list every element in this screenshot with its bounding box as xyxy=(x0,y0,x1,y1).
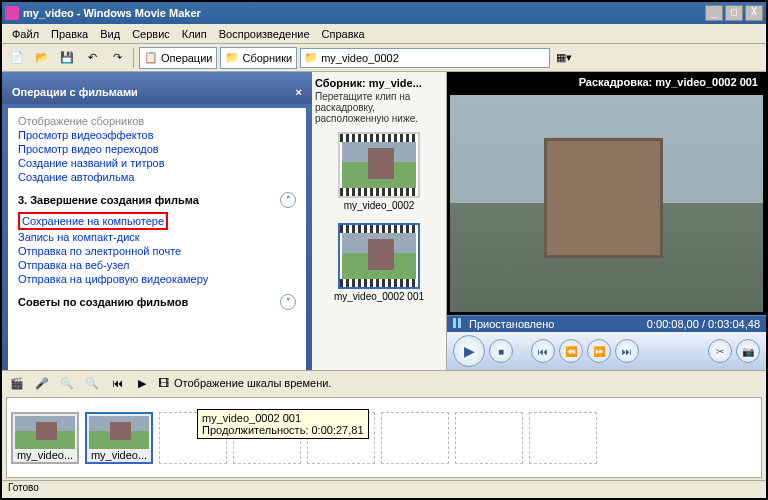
close-button[interactable]: X xyxy=(745,5,763,21)
menu-clip[interactable]: Клип xyxy=(176,26,213,42)
minimize-button[interactable]: _ xyxy=(705,5,723,21)
storyboard-slot[interactable] xyxy=(455,412,523,464)
storyboard-label[interactable]: 🎞 Отображение шкалы времени. xyxy=(156,372,335,394)
task-save-to-computer[interactable]: Сохранение на компьютере xyxy=(18,212,168,230)
timeline-toggle-button[interactable]: 🎬 xyxy=(6,372,28,394)
menu-help[interactable]: Справка xyxy=(316,26,371,42)
narrate-button[interactable]: 🎤 xyxy=(31,372,53,394)
menu-bar: Файл Правка Вид Сервис Клип Воспроизведе… xyxy=(2,24,766,44)
task-section-3[interactable]: 3. Завершение создания фильма˄ xyxy=(18,192,296,208)
collection-hint: Перетащите клип на раскадровку, располож… xyxy=(315,91,443,128)
save-button[interactable]: 💾 xyxy=(56,47,78,69)
prev-button[interactable]: ⏮ xyxy=(531,339,555,363)
collections-button[interactable]: 📁Сборники xyxy=(220,47,297,69)
clip-name: my_video_0002 xyxy=(315,200,443,219)
window-title: my_video - Windows Movie Maker xyxy=(23,7,703,19)
open-button[interactable]: 📂 xyxy=(31,47,53,69)
task-link[interactable]: Просмотр видео переходов xyxy=(18,142,296,156)
rewind-button[interactable]: ⏪ xyxy=(559,339,583,363)
split-button[interactable]: ✂ xyxy=(708,339,732,363)
preview-title: Раскадровка: my_video_0002 001 xyxy=(447,72,766,92)
snapshot-button[interactable]: 📷 xyxy=(736,339,760,363)
storyboard-clip[interactable]: my_video... xyxy=(11,412,79,464)
menu-file[interactable]: Файл xyxy=(6,26,45,42)
task-section-tips[interactable]: Советы по созданию фильмов˅ xyxy=(18,294,296,310)
redo-button[interactable]: ↷ xyxy=(106,47,128,69)
preview-pane: Раскадровка: my_video_0002 001 Приостано… xyxy=(447,72,766,370)
toolbar: 📄 📂 💾 ↶ ↷ 📋Операции 📁Сборники 📁 my_video… xyxy=(2,44,766,72)
task-link[interactable]: Просмотр видеоэффектов xyxy=(18,128,296,142)
close-icon[interactable]: × xyxy=(296,86,302,98)
task-link[interactable]: Отправка на веб-узел xyxy=(18,258,296,272)
zoom-out-button[interactable]: 🔍 xyxy=(81,372,103,394)
preview-monitor[interactable] xyxy=(450,95,763,312)
zoom-in-button[interactable]: 🔍 xyxy=(56,372,78,394)
menu-play[interactable]: Воспроизведение xyxy=(213,26,316,42)
task-link[interactable]: Отображение сборников xyxy=(18,114,296,128)
play-button[interactable]: ▶ xyxy=(453,335,485,367)
operations-button[interactable]: 📋Операции xyxy=(139,47,217,69)
storyboard-slot[interactable] xyxy=(381,412,449,464)
task-link[interactable]: Отправка по электронной почте xyxy=(18,244,296,258)
task-link[interactable]: Отправка на цифровую видеокамеру xyxy=(18,272,296,286)
storyboard-clip[interactable]: my_video... xyxy=(85,412,153,464)
undo-button[interactable]: ↶ xyxy=(81,47,103,69)
preview-status-bar: Приостановлено 0:00:08,00 / 0:03:04,48 xyxy=(447,315,766,332)
tasks-pane: Операции с фильмами × Отображение сборни… xyxy=(2,72,312,370)
menu-tools[interactable]: Сервис xyxy=(126,26,176,42)
status-bar: Готово xyxy=(2,480,766,498)
collection-combo[interactable]: 📁 my_video_0002 xyxy=(300,48,550,68)
clip-thumbnail[interactable] xyxy=(338,223,420,289)
storyboard-toolbar: 🎬 🎤 🔍 🔍 ⏮ ▶ 🎞 Отображение шкалы времени. xyxy=(2,371,766,395)
task-link[interactable]: Создание автофильма xyxy=(18,170,296,184)
chevron-up-icon: ˄ xyxy=(280,192,296,208)
forward-button[interactable]: ⏩ xyxy=(587,339,611,363)
preview-controls: ▶ ■ ⏮ ⏪ ⏩ ⏭ ✂ 📷 xyxy=(447,332,766,370)
view-toggle-button[interactable]: ▦▾ xyxy=(553,47,575,69)
chevron-down-icon: ˅ xyxy=(280,294,296,310)
clip-thumbnail[interactable] xyxy=(338,132,420,198)
menu-edit[interactable]: Правка xyxy=(45,26,94,42)
collection-pane: Сборник: my_vide... Перетащите клип на р… xyxy=(312,72,447,370)
collection-title: Сборник: my_vide... xyxy=(315,75,443,91)
stop-button[interactable]: ■ xyxy=(489,339,513,363)
clip-name: my_video_0002 001 xyxy=(315,291,443,310)
pause-icon xyxy=(453,318,465,330)
play-timeline-button[interactable]: ▶ xyxy=(131,372,153,394)
rewind-timeline-button[interactable]: ⏮ xyxy=(106,372,128,394)
new-button[interactable]: 📄 xyxy=(6,47,28,69)
playback-time: 0:00:08,00 / 0:03:04,48 xyxy=(647,318,760,330)
app-icon xyxy=(5,6,19,20)
maximize-button[interactable]: □ xyxy=(725,5,743,21)
menu-view[interactable]: Вид xyxy=(94,26,126,42)
next-button[interactable]: ⏭ xyxy=(615,339,639,363)
clip-tooltip: my_video_0002 001 Продолжительность: 0:0… xyxy=(197,409,369,439)
task-link[interactable]: Создание названий и титров xyxy=(18,156,296,170)
storyboard-track[interactable]: my_video... my_video... my_video_0002 00… xyxy=(6,397,762,478)
storyboard-pane: 🎬 🎤 🔍 🔍 ⏮ ▶ 🎞 Отображение шкалы времени.… xyxy=(2,370,766,480)
tasks-header: Операции с фильмами × xyxy=(2,72,312,104)
task-link[interactable]: Запись на компакт-диск xyxy=(18,230,296,244)
storyboard-slot[interactable] xyxy=(529,412,597,464)
title-bar: my_video - Windows Movie Maker _ □ X xyxy=(2,2,766,24)
playback-state: Приостановлено xyxy=(469,318,647,330)
